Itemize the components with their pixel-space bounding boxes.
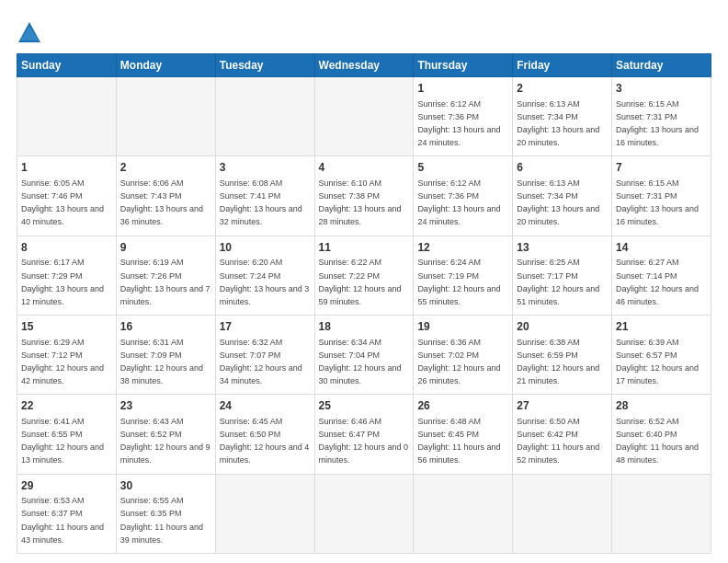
day-info: Sunrise: 6:29 AMSunset: 7:12 PMDaylight:…: [21, 338, 104, 385]
day-info: Sunrise: 6:52 AMSunset: 6:40 PMDaylight:…: [616, 417, 699, 465]
calendar-header-friday: Friday: [513, 54, 612, 77]
day-info: Sunrise: 6:17 AMSunset: 7:29 PMDaylight:…: [21, 258, 104, 305]
day-info: Sunrise: 6:46 AMSunset: 6:47 PMDaylight:…: [319, 417, 409, 465]
calendar-cell: 21Sunrise: 6:39 AMSunset: 6:57 PMDayligh…: [612, 315, 711, 394]
calendar-cell: 6Sunrise: 6:13 AMSunset: 7:34 PMDaylight…: [513, 156, 612, 236]
calendar-week-4: 15Sunrise: 6:29 AMSunset: 7:12 PMDayligh…: [17, 315, 711, 394]
calendar-cell: 14Sunrise: 6:27 AMSunset: 7:14 PMDayligh…: [612, 236, 711, 315]
calendar-week-3: 8Sunrise: 6:17 AMSunset: 7:29 PMDaylight…: [17, 236, 711, 315]
day-number: 23: [120, 398, 211, 414]
calendar-cell: 9Sunrise: 6:19 AMSunset: 7:26 PMDaylight…: [116, 236, 215, 315]
calendar-header-saturday: Saturday: [612, 54, 711, 77]
day-info: Sunrise: 6:34 AMSunset: 7:04 PMDaylight:…: [319, 338, 402, 385]
day-number: 5: [417, 160, 508, 176]
day-info: Sunrise: 6:55 AMSunset: 6:35 PMDaylight:…: [120, 496, 203, 544]
calendar-cell: [414, 474, 513, 553]
day-info: Sunrise: 6:08 AMSunset: 7:41 PMDaylight:…: [220, 178, 302, 226]
day-number: 22: [21, 398, 112, 414]
calendar-cell: 24Sunrise: 6:45 AMSunset: 6:50 PMDayligh…: [215, 395, 314, 474]
day-info: Sunrise: 6:13 AMSunset: 7:34 PMDaylight:…: [517, 178, 599, 226]
day-number: 24: [220, 398, 311, 414]
day-info: Sunrise: 6:22 AMSunset: 7:22 PMDaylight:…: [319, 258, 402, 305]
calendar-cell: 18Sunrise: 6:34 AMSunset: 7:04 PMDayligh…: [314, 315, 414, 394]
day-number: 27: [517, 398, 608, 414]
calendar-cell: 4Sunrise: 6:10 AMSunset: 7:38 PMDaylight…: [314, 156, 414, 236]
calendar-cell: 10Sunrise: 6:20 AMSunset: 7:24 PMDayligh…: [215, 236, 314, 315]
day-info: Sunrise: 6:43 AMSunset: 6:52 PMDaylight:…: [120, 417, 210, 465]
calendar-cell: 27Sunrise: 6:50 AMSunset: 6:42 PMDayligh…: [513, 395, 612, 474]
header: [17, 17, 711, 46]
day-number: 29: [21, 478, 112, 494]
calendar-cell: 28Sunrise: 6:52 AMSunset: 6:40 PMDayligh…: [612, 395, 711, 474]
day-info: Sunrise: 6:10 AMSunset: 7:38 PMDaylight:…: [319, 178, 402, 226]
day-number: 17: [220, 319, 311, 335]
day-number: 10: [220, 240, 311, 256]
day-number: 12: [417, 240, 508, 256]
day-number: 8: [21, 240, 112, 256]
day-number: 19: [417, 319, 508, 335]
calendar-cell: 7Sunrise: 6:15 AMSunset: 7:31 PMDaylight…: [612, 156, 711, 236]
calendar-cell: 16Sunrise: 6:31 AMSunset: 7:09 PMDayligh…: [116, 315, 215, 394]
day-number: 28: [616, 398, 707, 414]
day-info: Sunrise: 6:32 AMSunset: 7:07 PMDaylight:…: [220, 338, 302, 385]
day-number: 3: [616, 81, 707, 97]
calendar-cell: 19Sunrise: 6:36 AMSunset: 7:02 PMDayligh…: [414, 315, 513, 394]
calendar-week-5: 22Sunrise: 6:41 AMSunset: 6:55 PMDayligh…: [17, 395, 711, 474]
day-number: 6: [517, 160, 608, 176]
calendar-table: SundayMondayTuesdayWednesdayThursdayFrid…: [17, 53, 711, 554]
day-info: Sunrise: 6:15 AMSunset: 7:31 PMDaylight:…: [616, 99, 699, 147]
calendar-header-thursday: Thursday: [414, 54, 513, 77]
day-number: 11: [319, 240, 410, 256]
day-number: 14: [616, 240, 707, 256]
day-info: Sunrise: 6:48 AMSunset: 6:45 PMDaylight:…: [417, 417, 500, 465]
day-info: Sunrise: 6:05 AMSunset: 7:46 PMDaylight:…: [21, 178, 104, 226]
calendar-cell: [215, 77, 314, 156]
day-info: Sunrise: 6:19 AMSunset: 7:26 PMDaylight:…: [120, 258, 210, 305]
day-number: 4: [319, 160, 410, 176]
day-number: 2: [120, 160, 211, 176]
day-info: Sunrise: 6:41 AMSunset: 6:55 PMDaylight:…: [21, 417, 104, 465]
calendar-header-wednesday: Wednesday: [314, 54, 414, 77]
calendar-cell: 29Sunrise: 6:53 AMSunset: 6:37 PMDayligh…: [17, 474, 117, 553]
calendar-cell: 3Sunrise: 6:08 AMSunset: 7:41 PMDaylight…: [215, 156, 314, 236]
calendar-cell: [314, 77, 414, 156]
logo: [17, 20, 46, 46]
calendar-cell: 1Sunrise: 6:05 AMSunset: 7:46 PMDaylight…: [17, 156, 117, 236]
calendar-cell: 3Sunrise: 6:15 AMSunset: 7:31 PMDaylight…: [612, 77, 711, 156]
calendar-cell: 8Sunrise: 6:17 AMSunset: 7:29 PMDaylight…: [17, 236, 117, 315]
day-info: Sunrise: 6:53 AMSunset: 6:37 PMDaylight:…: [21, 496, 104, 544]
day-number: 21: [616, 319, 707, 335]
day-info: Sunrise: 6:36 AMSunset: 7:02 PMDaylight:…: [417, 338, 500, 385]
day-number: 9: [120, 240, 211, 256]
day-info: Sunrise: 6:50 AMSunset: 6:42 PMDaylight:…: [517, 417, 599, 465]
calendar-cell: 26Sunrise: 6:48 AMSunset: 6:45 PMDayligh…: [414, 395, 513, 474]
calendar-week-2: 1Sunrise: 6:05 AMSunset: 7:46 PMDaylight…: [17, 156, 711, 236]
day-number: 1: [21, 160, 112, 176]
calendar-cell: [116, 77, 215, 156]
day-number: 3: [220, 160, 311, 176]
day-info: Sunrise: 6:20 AMSunset: 7:24 PMDaylight:…: [220, 258, 310, 305]
calendar-cell: 12Sunrise: 6:24 AMSunset: 7:19 PMDayligh…: [414, 236, 513, 315]
day-number: 30: [120, 478, 211, 494]
calendar-header-sunday: Sunday: [17, 54, 117, 77]
calendar-cell: 23Sunrise: 6:43 AMSunset: 6:52 PMDayligh…: [116, 395, 215, 474]
calendar-week-1: 1Sunrise: 6:12 AMSunset: 7:36 PMDaylight…: [17, 77, 711, 156]
calendar-cell: [215, 474, 314, 553]
day-info: Sunrise: 6:13 AMSunset: 7:34 PMDaylight:…: [517, 99, 599, 147]
calendar-cell: 20Sunrise: 6:38 AMSunset: 6:59 PMDayligh…: [513, 315, 612, 394]
logo-icon: [17, 20, 42, 46]
calendar-cell: 11Sunrise: 6:22 AMSunset: 7:22 PMDayligh…: [314, 236, 414, 315]
day-number: 20: [517, 319, 608, 335]
day-number: 15: [21, 319, 112, 335]
calendar-cell: 2Sunrise: 6:06 AMSunset: 7:43 PMDaylight…: [116, 156, 215, 236]
calendar-cell: 25Sunrise: 6:46 AMSunset: 6:47 PMDayligh…: [314, 395, 414, 474]
calendar-cell: [314, 474, 414, 553]
svg-marker-1: [20, 26, 39, 40]
day-number: 16: [120, 319, 211, 335]
day-info: Sunrise: 6:12 AMSunset: 7:36 PMDaylight:…: [417, 178, 500, 226]
day-number: 7: [616, 160, 707, 176]
day-info: Sunrise: 6:31 AMSunset: 7:09 PMDaylight:…: [120, 338, 203, 385]
calendar-cell: [17, 77, 117, 156]
calendar-header-tuesday: Tuesday: [215, 54, 314, 77]
day-number: 13: [517, 240, 608, 256]
